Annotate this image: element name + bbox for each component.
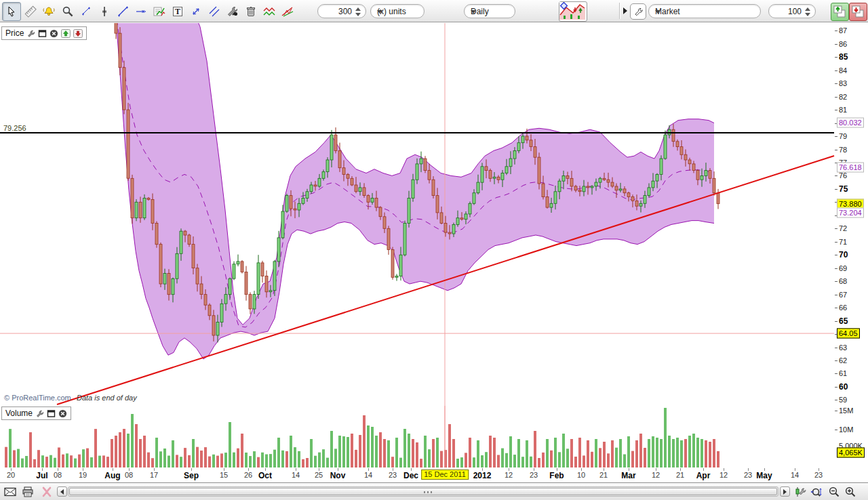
copyright-text: © ProRealTime.com [4,394,71,402]
text-icon: T [172,5,184,18]
indicator-tool-button[interactable] [150,2,169,21]
zoom-fit-button[interactable] [810,486,823,498]
expand-trading-panel-arrow[interactable] [623,7,627,14]
segment-tool-button[interactable] [77,2,96,21]
mail-button[interactable] [3,486,17,498]
chart-settings-button[interactable] [793,486,807,498]
printer-icon [22,486,34,497]
sell-button[interactable] [849,3,867,21]
zoom-in-icon [844,486,856,498]
zoom-tool-button[interactable] [58,2,77,21]
segment-icon [80,5,92,18]
chevron-down-icon [377,10,382,14]
detach-button[interactable] [40,486,54,498]
text-tool-button[interactable]: T [168,2,187,21]
horizontal-line-value: 79.256 [3,124,26,132]
zigzag-channel-icon [262,5,276,18]
trendline-tool-button[interactable] [113,2,132,21]
pattern-wedge-tool-button[interactable] [278,2,297,21]
order-settings-button[interactable] [630,3,646,20]
magnifier-icon [62,5,74,18]
zoom-out-button[interactable] [827,486,841,498]
wrench-icon [633,7,644,17]
candle-wrench-icon [794,486,806,498]
volume-close-icon[interactable] [58,409,67,418]
buy-icon [831,3,847,19]
units-value-field [317,4,366,18]
scroll-right-button[interactable] [780,486,790,497]
vertical-line-tool-button[interactable] [95,2,114,21]
move-arrows-icon [190,5,202,18]
price-pane-title-bar: Price [1,26,87,40]
chart-canvas[interactable] [0,0,868,500]
price-move-down-icon[interactable] [73,29,83,38]
ruler-icon [24,5,37,18]
units-type-select[interactable]: (x) units [370,4,425,18]
price-move-up-icon[interactable] [61,29,71,38]
zoom-out-icon [828,486,840,498]
chevron-down-icon [655,10,660,14]
data-note-text: Data is end of day [77,394,137,402]
timeframe-select[interactable]: Daily [464,4,515,18]
zoom-in-button[interactable] [844,486,857,498]
volume-pane-title-bar: Volume [1,407,71,420]
settings-tool-button[interactable] [223,2,242,21]
mail-icon [4,487,16,497]
scrollbar-grip [423,491,433,494]
pattern-channel-tool-button[interactable] [260,2,279,21]
zigzag-wedge-icon [281,5,294,18]
tools-wrench-icon [226,5,239,18]
bottom-toolbar [0,482,868,500]
ruler-tool-button[interactable] [21,2,40,21]
right-arrow-icon [783,489,787,495]
chart-style-preview-icon [559,2,585,20]
price-window-icon[interactable] [38,29,47,38]
pointer-icon [5,5,18,18]
print-button[interactable] [21,486,35,498]
alert-bell-icon [42,5,56,18]
left-arrow-icon [60,489,64,495]
alert-tool-button[interactable] [39,2,58,21]
scroll-left-button[interactable] [57,486,67,497]
quantity-field [768,4,816,18]
order-type-select[interactable]: Market [648,4,761,18]
volume-settings-wrench-icon[interactable] [35,409,44,418]
pointer-tool-button[interactable] [2,2,21,21]
price-settings-wrench-icon[interactable] [26,29,35,38]
chevron-down-icon [471,10,476,14]
zoom-fit-icon [810,486,823,498]
horizontal-line-icon [135,5,147,18]
quantity-spinner[interactable] [805,7,811,16]
trendline-icon [117,5,129,18]
toolbar-divider [619,3,620,19]
horizontal-scrollbar-thumb[interactable] [69,488,777,495]
top-toolbar: T (x) units Daily Market [0,0,868,22]
volume-pane-title: Volume [5,409,33,418]
prorealtime-chart-window: { "toolbar_top": { "tools": ["pointer","… [0,0,868,500]
delete-tool-button[interactable] [241,2,260,21]
chart-style-preview-button[interactable] [559,1,587,22]
horizontal-line-tool-button[interactable] [132,2,151,21]
vertical-line-icon [98,5,111,18]
parallel-lines-icon [208,5,220,18]
units-spinner[interactable] [355,7,361,16]
indicator-list-icon [153,5,166,18]
trash-icon [245,5,257,18]
buy-button[interactable] [831,3,849,21]
sell-icon [850,3,865,19]
volume-window-icon[interactable] [47,409,56,418]
move-tool-button[interactable] [186,2,205,21]
price-close-icon[interactable] [50,29,58,38]
svg-text:T: T [175,7,180,16]
horizontal-scrollbar-track[interactable] [68,486,778,497]
parallel-lines-tool-button[interactable] [205,2,224,21]
price-pane-title: Price [5,28,24,38]
detach-cross-icon [41,486,52,497]
